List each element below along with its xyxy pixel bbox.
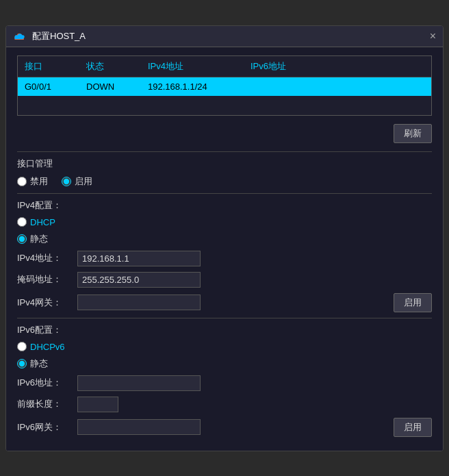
ipv4-mask-input[interactable] [77,272,201,288]
configure-window: 配置HOST_A × 接口 状态 IPv4地址 IPv6地址 G0/0/1 DO… [5,25,444,451]
interface-table: 接口 状态 IPv4地址 IPv6地址 G0/0/1 DOWN 192.168.… [17,55,432,116]
dhcp-radio[interactable] [17,217,27,227]
ipv6-gateway-label: IPv6网关： [17,421,72,434]
ipv4-gateway-row: IPv4网关： [17,295,201,310]
interface-management-label: 接口管理 [17,158,432,170]
row-ipv4: 192.168.1.1/24 [148,82,251,92]
col-ipv6: IPv6地址 [251,60,424,73]
row-interface: G0/0/1 [25,82,86,92]
divider-2 [17,193,432,194]
divider-1 [17,151,432,152]
ipv6-gateway-row: IPv6网关： [17,419,201,435]
dhcp-label: DHCP [30,217,55,227]
table-header: 接口 状态 IPv4地址 IPv6地址 [18,56,431,77]
ipv6-config-section: IPv6配置： DHCPv6 静态 IPv6地址： 前缀长度： [17,324,432,437]
col-ipv4: IPv4地址 [148,60,251,73]
interface-management-section: 接口管理 禁用 启用 [17,158,432,188]
content-area: 接口 状态 IPv4地址 IPv6地址 G0/0/1 DOWN 192.168.… [6,47,443,451]
disable-label: 禁用 [30,175,48,188]
ipv4-static-radio-label[interactable]: 静态 [17,233,48,245]
ipv4-address-row: IPv4地址： [17,251,432,266]
ipv4-mode-radios: DHCP [17,217,432,227]
row-ipv6 [251,82,424,92]
svg-rect-7 [15,36,24,38]
ipv6-static-radio-group: 静态 [17,358,432,370]
ipv6-prefix-row: 前缀长度： [17,397,432,412]
dhcpv6-radio[interactable] [17,342,27,351]
ipv6-address-label: IPv6地址： [17,377,72,389]
ipv4-static-radio-group: 静态 [17,233,432,245]
col-interface: 接口 [25,60,86,73]
window-title: 配置HOST_A [32,30,86,42]
ipv4-gateway-input[interactable] [77,295,201,310]
ipv6-address-row: IPv6地址： [17,375,432,391]
dhcpv6-radio-label[interactable]: DHCPv6 [17,342,65,352]
ipv4-config-section: IPv4配置： DHCP 静态 IPv4地址： 掩码地址： [17,199,432,312]
ipv6-address-input[interactable] [77,375,201,391]
enable-radio-label[interactable]: 启用 [62,175,92,188]
dhcpv6-label: DHCPv6 [30,342,65,352]
ipv6-static-radio[interactable] [17,359,27,368]
refresh-button[interactable]: 刷新 [394,124,432,143]
ipv6-enable-button[interactable]: 启用 [394,418,432,437]
close-button[interactable]: × [430,31,436,42]
refresh-row: 刷新 [17,121,432,146]
table-empty-row [18,96,431,115]
interface-management-radios: 禁用 启用 [17,175,432,188]
dhcpv6-radio-group: DHCPv6 [17,342,432,352]
ipv4-mask-label: 掩码地址： [17,273,72,286]
enable-label: 启用 [75,175,92,188]
divider-3 [17,318,432,318]
ipv6-static-radio-label[interactable]: 静态 [17,358,48,370]
disable-radio[interactable] [17,177,27,186]
enable-radio[interactable] [62,177,71,186]
disable-radio-label[interactable]: 禁用 [17,175,48,188]
title-bar: 配置HOST_A × [6,26,443,47]
ipv6-static-label: 静态 [30,358,48,370]
ipv4-address-label: IPv4地址： [17,252,72,264]
ipv4-address-input[interactable] [77,251,201,266]
dhcp-radio-label[interactable]: DHCP [17,217,55,227]
ipv4-mask-row: 掩码地址： [17,272,432,288]
col-status: 状态 [86,60,148,73]
table-row[interactable]: G0/0/1 DOWN 192.168.1.1/24 [18,77,431,96]
ipv6-gateway-input[interactable] [77,419,201,435]
ipv4-gateway-label: IPv4网关： [17,297,72,309]
title-bar-left: 配置HOST_A [13,30,86,42]
ipv6-prefix-label: 前缀长度： [17,398,72,410]
ipv4-static-radio[interactable] [17,234,27,244]
ipv4-static-label: 静态 [30,233,48,245]
row-status: DOWN [86,82,148,92]
cloud-icon [13,32,27,41]
ipv4-config-label: IPv4配置： [17,199,432,212]
ipv4-enable-button[interactable]: 启用 [394,293,432,312]
ipv6-prefix-input[interactable] [77,397,118,412]
ipv6-config-label: IPv6配置： [17,324,432,336]
